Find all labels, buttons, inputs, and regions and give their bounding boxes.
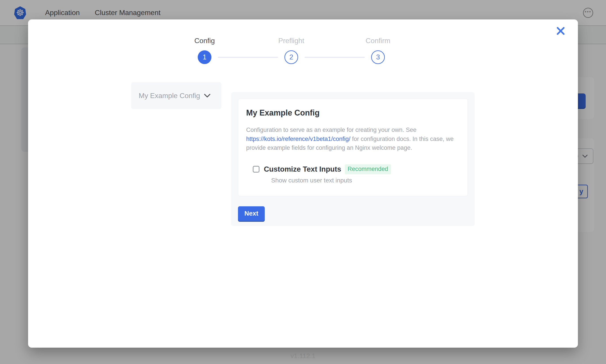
customize-text-inputs-help: Show custom user text inputs	[271, 177, 460, 184]
config-group-dropdown-label: My Example Config	[139, 92, 200, 100]
stepper-connector	[304, 57, 365, 58]
config-group-dropdown[interactable]: My Example Config	[131, 82, 221, 109]
step-circle: 1	[198, 50, 211, 64]
config-group-description: Configuration to serve as an example for…	[246, 125, 460, 152]
stepper-connector	[218, 57, 278, 58]
step-label: Preflight	[278, 36, 304, 45]
config-docs-link[interactable]: https://kots.io/reference/v1beta1/config…	[246, 136, 350, 142]
customize-text-inputs-label: Customize Text Inputs	[264, 165, 341, 173]
step-label: Confirm	[366, 36, 390, 45]
stepper-step-config: Config 1	[191, 36, 218, 64]
stepper-step-confirm: Confirm 3	[365, 36, 391, 64]
step-label: Config	[194, 36, 215, 45]
config-group-title: My Example Config	[246, 108, 460, 117]
customize-text-inputs-checkbox[interactable]	[253, 166, 260, 172]
step-circle: 2	[284, 50, 298, 64]
customize-text-inputs-row: Customize Text Inputs Recommended	[253, 164, 460, 174]
chevron-down-icon	[204, 94, 210, 98]
wizard-stepper: Config 1 Preflight 2 Confirm 3	[191, 36, 391, 64]
step-circle: 3	[371, 50, 385, 64]
next-button[interactable]: Next	[238, 206, 265, 221]
recommended-badge: Recommended	[345, 164, 391, 174]
config-panel: My Example Config Configuration to serve…	[231, 92, 475, 226]
close-icon[interactable]	[556, 26, 565, 36]
config-wizard-modal: Config 1 Preflight 2 Confirm 3 My Exampl…	[28, 19, 578, 348]
description-text-before-link: Configuration to serve as an example for…	[246, 127, 416, 133]
stepper-step-preflight: Preflight 2	[278, 36, 304, 64]
config-group-card: My Example Config Configuration to serve…	[238, 99, 468, 196]
